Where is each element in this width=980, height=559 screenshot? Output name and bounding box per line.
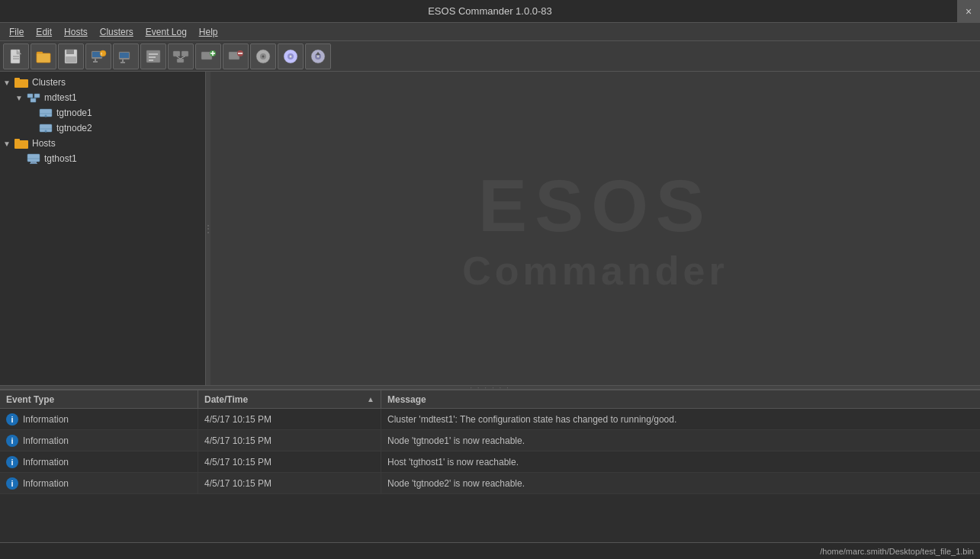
th-message-label: Message xyxy=(387,394,426,405)
main-content: ▼ Clusters ▼ xyxy=(0,72,980,542)
tree-item-tgtnode2[interactable]: tgtnode2 xyxy=(0,120,205,136)
tree-label-mdtest1: mdtest1 xyxy=(44,92,77,103)
svg-rect-11 xyxy=(95,59,96,61)
svg-rect-48 xyxy=(34,94,40,98)
menu-edit-label: Edit xyxy=(36,27,52,37)
svg-rect-62 xyxy=(31,162,37,163)
cluster-node-icon-mdtest1 xyxy=(26,92,41,104)
window-title: ESOS Commander 1.0.0-83 xyxy=(428,5,552,17)
svg-rect-59 xyxy=(14,139,20,142)
open-file-icon xyxy=(35,48,52,65)
eject-icon xyxy=(310,48,326,65)
svg-point-40 xyxy=(290,55,292,57)
tree-item-clusters-root[interactable]: ▼ Clusters xyxy=(0,75,205,90)
toolbar-btn-new[interactable] xyxy=(3,43,29,69)
tree-container: ▼ Clusters ▼ xyxy=(0,72,205,385)
menu-eventlog[interactable]: Event Log xyxy=(140,25,193,39)
folder-icon-clusters xyxy=(14,76,29,88)
toolbar-btn-connect[interactable]: ! xyxy=(85,43,111,69)
th-message[interactable]: Message xyxy=(381,390,980,408)
tree-label-tgtnode1: tgtnode1 xyxy=(56,108,92,118)
toolbar-btn-add-node[interactable] xyxy=(195,43,221,69)
svg-rect-18 xyxy=(120,62,125,63)
info-icon-3: i xyxy=(6,456,18,468)
td-datetime-3: 4/5/17 10:15 PM xyxy=(198,451,381,472)
event-type-label-3: Information xyxy=(23,457,69,467)
menu-clusters-label: Clusters xyxy=(100,27,133,37)
svg-point-37 xyxy=(262,55,265,57)
title-bar: ESOS Commander 1.0.0-83 × xyxy=(0,0,980,23)
add-node-icon xyxy=(200,48,217,65)
menu-help-label: Help xyxy=(199,27,218,37)
tree-item-tgtnode1[interactable]: tgtnode1 xyxy=(0,105,205,120)
event-type-label-4: Information xyxy=(23,478,69,489)
td-event-type-4: i Information xyxy=(0,473,198,493)
td-datetime-1: 4/5/17 10:15 PM xyxy=(198,409,381,429)
table-row[interactable]: i Information 4/5/17 10:15 PM Node 'tgtn… xyxy=(0,473,980,494)
td-event-type-1: i Information xyxy=(0,409,198,429)
svg-line-26 xyxy=(177,56,181,59)
menu-help[interactable]: Help xyxy=(193,25,224,39)
tree-item-mdtest1[interactable]: ▼ mdtest1 xyxy=(0,90,205,105)
cd-icon xyxy=(282,48,299,65)
menu-file[interactable]: File xyxy=(3,25,30,39)
menu-edit[interactable]: Edit xyxy=(30,25,58,39)
tree-arrow-mdtest1: ▼ xyxy=(15,94,26,102)
svg-rect-17 xyxy=(122,59,124,62)
td-message-3: Host 'tgthost1' is now reachable. xyxy=(381,451,980,472)
svg-rect-16 xyxy=(120,53,129,58)
menu-clusters[interactable]: Clusters xyxy=(94,25,140,39)
cluster-icon xyxy=(172,48,189,65)
svg-point-43 xyxy=(317,55,320,57)
bottom-panel: Event Type Date/Time ▲ Message i xyxy=(0,390,980,542)
status-text: /home/marc.smith/Desktop/test_file_1.bin xyxy=(820,547,974,556)
toolbar-btn-disconnect[interactable] xyxy=(113,43,139,69)
toolbar: ! xyxy=(0,41,980,72)
th-event-type-label: Event Type xyxy=(6,394,54,405)
remove-node-icon xyxy=(227,48,244,65)
toolbar-btn-eject[interactable] xyxy=(305,43,331,69)
svg-rect-60 xyxy=(27,154,40,162)
svg-point-54 xyxy=(45,115,47,117)
event-table-body: i Information 4/5/17 10:15 PM Cluster 'm… xyxy=(0,409,980,542)
toolbar-btn-disk[interactable] xyxy=(250,43,276,69)
right-panel: ESOS Commander xyxy=(210,72,980,385)
svg-rect-5 xyxy=(37,53,50,63)
menu-file-label: File xyxy=(9,27,24,37)
disk-icon xyxy=(255,48,272,65)
sort-arrow-icon: ▲ xyxy=(367,395,374,403)
tree-item-tgthost1[interactable]: tgthost1 xyxy=(0,151,205,166)
toolbar-btn-remove-node[interactable] xyxy=(223,43,249,69)
table-row[interactable]: i Information 4/5/17 10:15 PM Cluster 'm… xyxy=(0,409,980,430)
toolbar-btn-open[interactable] xyxy=(31,43,56,69)
close-button[interactable]: × xyxy=(957,0,980,23)
tree-arrow-hosts: ▼ xyxy=(3,140,14,148)
menu-hosts[interactable]: Hosts xyxy=(58,25,94,39)
toolbar-btn-properties[interactable] xyxy=(140,43,166,69)
left-panel: ▼ Clusters ▼ xyxy=(0,72,206,385)
th-event-type[interactable]: Event Type xyxy=(0,390,198,408)
svg-point-57 xyxy=(45,130,47,133)
toolbar-btn-cd[interactable] xyxy=(278,43,304,69)
th-datetime-label: Date/Time xyxy=(204,394,248,405)
properties-icon xyxy=(145,48,162,65)
svg-line-51 xyxy=(34,98,37,98)
tree-item-hosts-root[interactable]: ▼ Hosts xyxy=(0,136,205,151)
svg-rect-8 xyxy=(66,56,76,63)
watermark-esos: ESOS xyxy=(478,164,712,248)
table-row[interactable]: i Information 4/5/17 10:15 PM Node 'tgtn… xyxy=(0,430,980,451)
info-icon-4: i xyxy=(6,477,18,490)
host-icon-tgthost1 xyxy=(26,153,41,165)
tree-label-tgtnode2: tgtnode2 xyxy=(56,123,92,133)
td-message-4: Node 'tgtnode2' is now reachable. xyxy=(381,473,980,493)
info-icon-2: i xyxy=(6,435,18,447)
svg-rect-12 xyxy=(93,61,98,63)
svg-rect-46 xyxy=(14,78,20,81)
new-file-icon xyxy=(8,48,24,65)
toolbar-btn-save[interactable] xyxy=(58,43,84,69)
th-datetime[interactable]: Date/Time ▲ xyxy=(198,390,381,408)
status-bar: /home/marc.smith/Desktop/test_file_1.bin xyxy=(0,542,980,559)
toolbar-btn-cluster[interactable] xyxy=(168,43,194,69)
disconnect-icon xyxy=(117,48,134,65)
table-row[interactable]: i Information 4/5/17 10:15 PM Host 'tgth… xyxy=(0,451,980,473)
